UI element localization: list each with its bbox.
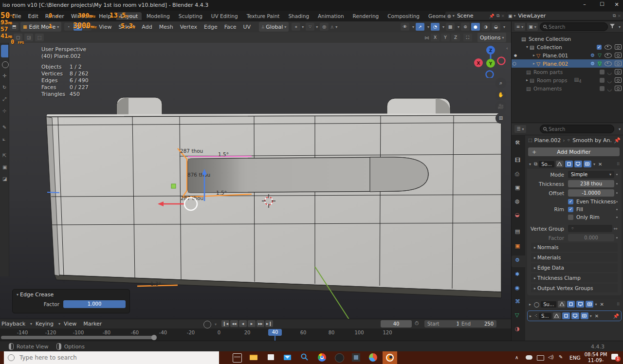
animate-dot[interactable] [616,201,618,202]
disable-render-icon[interactable] [615,61,622,66]
tray-onedrive-icon[interactable] [526,355,532,360]
toggle-viewport-icon[interactable] [574,161,582,167]
snap-target-icon[interactable]: ⌖ [292,23,300,31]
tray-volume-icon[interactable]: ◁) [548,354,554,360]
tab-data[interactable]: ▽ [515,312,519,318]
modifier-extras-icon[interactable]: ▾ [590,314,592,318]
toggle-render-icon[interactable] [584,161,591,167]
tool-cursor[interactable] [2,61,9,68]
outliner-item-plane-002[interactable]: ⬡ ▸ ▽ Plane.002 ⚙ ▽ [512,59,623,68]
tab-scene[interactable]: ◍ [515,198,520,204]
drag-grip-icon[interactable]: ⠿ [617,162,620,166]
tool-scale[interactable]: ⤢ [2,96,6,102]
new-viewlayer-icon[interactable]: ⧉ [613,13,616,18]
vertex-select-icon[interactable]: ⬞ [64,23,73,31]
options-dropdown[interactable]: Options ▾ [477,33,506,42]
collection-checkbox[interactable] [600,70,605,74]
disable-render-icon[interactable] [615,44,622,50]
properties-editor-type-icon[interactable]: ☰▾ [514,125,526,133]
snap-base-icon[interactable]: ⛶ [463,34,472,41]
tray-pen-icon[interactable]: ✎ [559,354,563,360]
even-thickness-checkbox[interactable]: ✓ [568,199,573,204]
modifier-wrench-icon[interactable]: ⚙ [590,61,595,66]
outliner-filter-id-icon[interactable]: ▣▾ [527,23,538,31]
modifier-close-icon[interactable]: ✕ [600,302,604,307]
timeline-scrollbar[interactable] [1,336,156,339]
menu-add[interactable]: Add [138,24,155,30]
tab-material[interactable]: ◑ [515,326,520,332]
viewport[interactable]: 287 thou 1.5° 876 thou 287 thou 1.5° 1.3… [0,43,511,319]
menu-file[interactable]: File [9,13,24,19]
menu-select[interactable]: Select [115,24,138,30]
file-explorer-icon[interactable] [250,353,258,362]
tool-annotate[interactable]: ✎ [2,125,6,130]
mirror-x-button[interactable]: X [431,34,440,41]
tray-clock[interactable]: 08:54 PM 11-09-2025 [582,352,609,364]
tray-language[interactable]: ENG [569,355,581,361]
menu-view[interactable]: View [95,24,115,30]
tab-object[interactable]: ▣ [515,243,520,249]
disable-render-icon[interactable] [615,69,622,74]
tab-output[interactable]: ⎙ [515,171,519,177]
section-edge-data[interactable]: ▸Edge Data [531,263,618,272]
play-reverse-button[interactable]: ◂ [239,320,247,327]
outliner-item-plane-001[interactable]: ● ▸ ▽ Plane.001 ⚙ ▽ [512,51,623,59]
autokey-dropdown[interactable]: ▾ [215,322,217,327]
mesh-slab[interactable] [46,113,501,298]
mesh-data-icon[interactable]: ▽ [598,61,602,66]
tab-uv-editing[interactable]: UV Editing [207,12,242,20]
transform-orientation[interactable]: ⟂ Global ▾ [259,22,289,32]
hide-eye-icon[interactable] [605,45,612,50]
menu-playback[interactable]: Playback [0,321,29,327]
outliner-search[interactable] [540,22,608,31]
tab-modifiers[interactable]: ⚙ [512,255,525,267]
mesh-data-icon[interactable]: ▽ [598,53,602,58]
menu-marker[interactable]: Marker [80,321,105,327]
menu-window[interactable]: Window [68,13,95,19]
outliner-display-mode-icon[interactable]: ≡▾ [514,23,525,31]
animate-dot[interactable] [616,217,618,218]
edge-select-icon[interactable]: ◫ [73,23,82,31]
collection-checkbox[interactable] [600,78,605,83]
ghost-tool-icon-3[interactable]: ⬚ [35,34,44,41]
menu-face[interactable]: Face [221,24,240,30]
snap-magnet-icon[interactable]: ∵ [306,23,314,31]
panel-expand-icon[interactable]: ▾ [17,292,18,297]
xray-toggle-icon[interactable]: ▩ [446,23,455,31]
modifier-wrench-icon[interactable]: ⚙ [590,53,595,58]
breadcrumb-object[interactable]: Plane.002 [534,137,561,144]
animate-dot[interactable] [616,192,618,194]
new-scene-icon[interactable]: ⧉ [496,13,499,18]
store-icon[interactable] [267,353,275,362]
show-overlays-icon[interactable]: ◔ [431,23,440,31]
tab-physics[interactable]: ◉ [515,285,520,291]
pin-icon[interactable]: 📌 [489,14,495,18]
animate-dot[interactable] [616,237,618,238]
pin-icon[interactable]: 📌 [614,137,621,144]
viewport-camera-icon[interactable]: 🎥 [495,101,506,112]
disable-render-icon[interactable] [615,86,622,91]
toggle-editmode-icon[interactable] [553,312,561,319]
taskbar-search[interactable] [4,351,219,364]
viewport-pan-icon[interactable]: ✋ [495,90,506,100]
modifier-name-field[interactable]: S... [539,313,551,319]
outliner-filter-icon[interactable] [610,24,615,30]
outliner-item-collection[interactable]: ▾ ▤ Collection ✓ [512,43,623,51]
navigation-gizmo[interactable]: Z Y X [468,44,507,78]
sidebar-collapse-icon[interactable]: ‹ [506,46,508,51]
toggle-cage-icon[interactable] [567,301,575,308]
mode-selector[interactable]: ▦ Edit Mode ▾ [20,22,61,32]
tray-network-icon[interactable] [537,355,544,361]
toggle-cage-icon[interactable] [565,161,573,167]
menu-edge[interactable]: Edge [201,24,221,30]
mirror-z-button[interactable]: Z [451,34,460,41]
tool-bevel[interactable]: ◪ [2,176,7,182]
hide-eye-icon[interactable] [605,53,612,58]
photos-app-icon[interactable] [352,353,360,362]
solidify-header[interactable]: ▾ ⧉ So... ▾ ✕ ⠿ [527,159,622,169]
outliner-search-input[interactable] [548,24,588,30]
tab-particles[interactable]: ✱ [515,271,519,277]
timeline-ruler[interactable]: -140 -120 -100 -80 -60 -40 -20 0 20 60 8… [0,328,511,341]
factor-slider[interactable]: 1.000 [63,300,126,308]
jump-to-start-button[interactable]: ❙◂ [221,320,229,327]
